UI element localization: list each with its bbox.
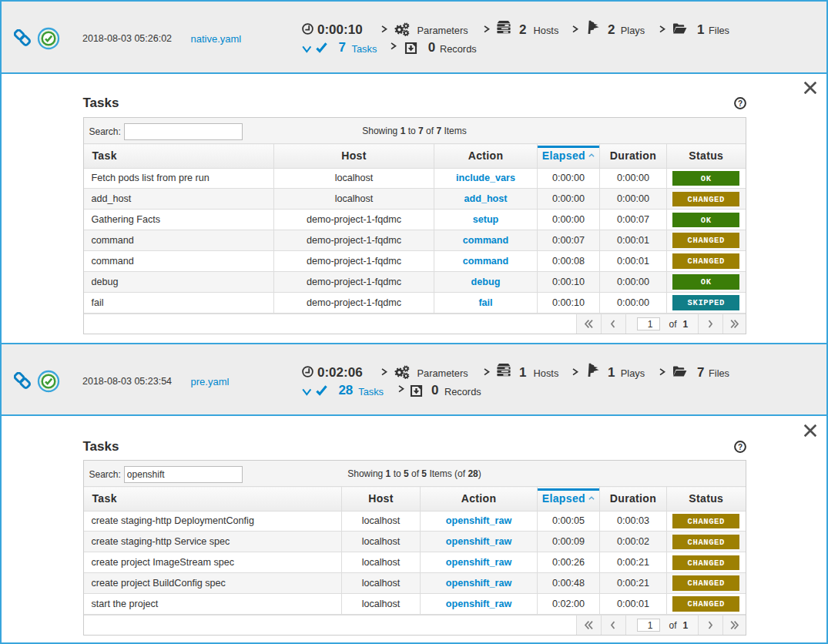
svg-text:?: ? [738,442,743,451]
svg-text:?: ? [738,99,743,108]
